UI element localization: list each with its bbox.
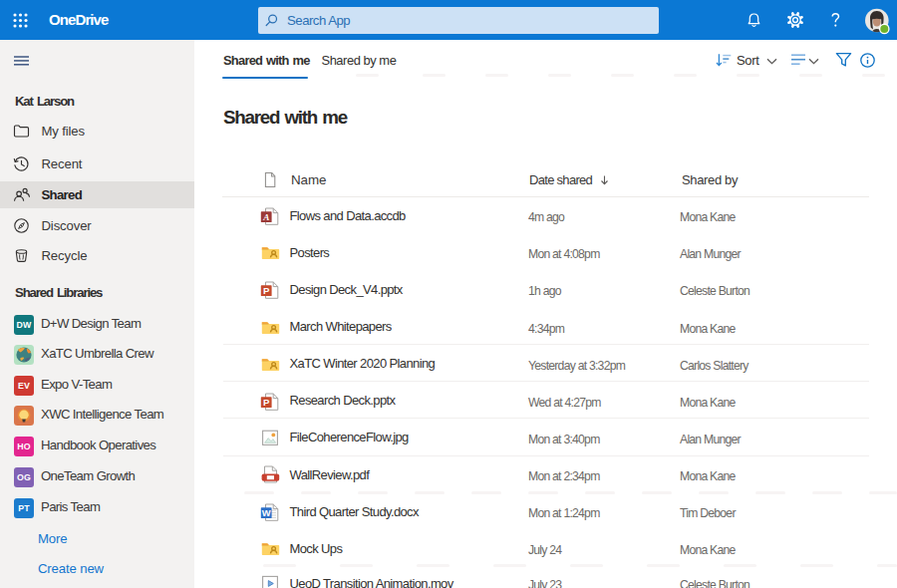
- svg-text:P: P: [263, 285, 270, 296]
- svg-text:A: A: [262, 212, 269, 222]
- svg-text:P: P: [263, 397, 270, 408]
- svg-text:W: W: [262, 507, 271, 518]
